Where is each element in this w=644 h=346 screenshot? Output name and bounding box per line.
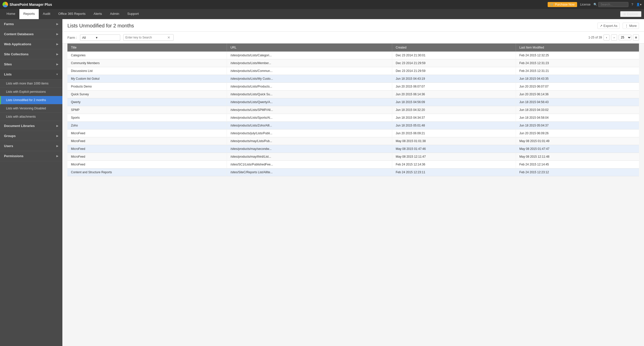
sidebar-sub-lists-1000[interactable]: Lists with more than 1000 items — [0, 79, 62, 88]
cell-modified: Jun 20 2015 06:07:07 — [516, 83, 639, 91]
more-button[interactable]: ⋮ More — [623, 23, 639, 29]
clear-search-button[interactable]: ✕ — [167, 35, 170, 39]
license-link[interactable]: License — [580, 3, 590, 6]
table-row[interactable]: MicroFeed /sites/products/may/Lists/Pub.… — [67, 137, 639, 145]
cell-title: MicroFeed — [67, 129, 227, 137]
table-row[interactable]: MicroFeed /sites/products/july/Lists/Pub… — [67, 129, 639, 137]
header-actions: ↗ Export As ⋮ More — [597, 23, 639, 29]
nav-home[interactable]: Home — [3, 9, 19, 19]
purchase-button[interactable]: 🛒 Purchase Now — [548, 2, 577, 7]
nav-bar: Home Reports Audit Office 365 Reports Al… — [0, 9, 644, 19]
cell-modified: Jun 18 2015 05:04:37 — [516, 122, 639, 129]
cell-url: /sites/products/Lists/Sports/Al... — [227, 114, 392, 122]
cell-title: Discussions List — [67, 67, 227, 75]
cell-modified: Feb 24 2015 12:32:25 — [516, 52, 639, 59]
sidebar-item-farms[interactable]: Farms ▶ — [0, 19, 62, 29]
pagination-info: 1-25 of 39 — [588, 36, 602, 39]
cell-modified: May 08 2015 12:11:48 — [516, 153, 639, 161]
sidebar-sub-lists-unmodified[interactable]: Lists Unmodified for 2 months — [0, 96, 62, 104]
sidebar-item-content-databases[interactable]: Content Databases ▶ — [0, 29, 62, 39]
help-button[interactable]: ? — [631, 3, 633, 6]
table-row[interactable]: MicroFeed /sites/products/may/secondw...… — [67, 145, 639, 153]
prev-page-button[interactable]: ‹ — [603, 34, 610, 40]
sidebar-item-users[interactable]: Users ▶ — [0, 141, 62, 151]
table-row[interactable]: Categories /sites/products/Lists/Categor… — [67, 52, 639, 59]
cell-created: Feb 24 2015 12:14:36 — [392, 161, 516, 168]
table-row[interactable]: MicroFeed /sites/products/may/third/List… — [67, 153, 639, 161]
table-row[interactable]: SPMP /sites/products/Lists/SPMP/All... J… — [67, 106, 639, 114]
sidebar-sub-lists-versioning[interactable]: Lists with Versioning Disabled — [0, 104, 62, 113]
cell-created: Jun 20 2015 06:09:21 — [392, 129, 516, 137]
search-input[interactable] — [126, 36, 166, 39]
cell-title: Products Demo — [67, 83, 227, 91]
users-chevron: ▶ — [56, 145, 58, 147]
table-row[interactable]: Sports /sites/products/Lists/Sports/Al..… — [67, 114, 639, 122]
table-row[interactable]: My Custom list Gokul /sites/products/Lis… — [67, 75, 639, 83]
cell-title: My Custom list Gokul — [67, 75, 227, 83]
nav-audit[interactable]: Audit — [39, 9, 54, 19]
cell-modified: Jun 20 2015 06:14:36 — [516, 91, 639, 98]
cell-title: Quick Survey — [67, 91, 227, 98]
sidebar-item-lists[interactable]: Lists ▼ — [0, 69, 62, 79]
col-url[interactable]: URL — [227, 44, 392, 52]
user-icon[interactable]: 👤▾ — [636, 3, 641, 6]
cell-modified: Jun 18 2015 04:33:02 — [516, 106, 639, 114]
sidebar-item-web-applications[interactable]: Web Applications ▶ — [0, 39, 62, 49]
sidebar-item-groups[interactable]: Groups ▶ — [0, 131, 62, 141]
cell-created: Jun 18 2015 04:43:19 — [392, 75, 516, 83]
cell-url: /sites/products/Lists/Categori... — [227, 52, 392, 59]
cell-modified: May 08 2015 01:01:49 — [516, 137, 639, 145]
table-row[interactable]: MicroFeed /sites/SC1/Lists/PublishedFee.… — [67, 161, 639, 168]
sidebar-item-doc-libraries[interactable]: Document Libraries ▶ — [0, 121, 62, 131]
sidebar-item-sites[interactable]: Sites ▶ — [0, 59, 62, 69]
col-modified[interactable]: Last Item Modified — [516, 44, 639, 52]
sidebar-item-permissions[interactable]: Permissions ▶ — [0, 151, 62, 161]
app-title: SharePoint Manager Plus — [10, 3, 52, 7]
nav-support[interactable]: Support — [123, 9, 143, 19]
nav-admin[interactable]: Admin — [106, 9, 123, 19]
farm-value: All — [82, 36, 86, 39]
nav-items: Home Reports Audit Office 365 Reports Al… — [3, 9, 143, 19]
sidebar: Farms ▶ Content Databases ▶ Web Applicat… — [0, 19, 62, 346]
page-size-select[interactable]: 25 50 100 — [619, 35, 631, 40]
top-right-actions: 🛒 Purchase Now License 🔍 ? 👤▾ — [548, 2, 641, 7]
table-row[interactable]: Zoho /sites/products/Lists/Zoho/Alll... … — [67, 122, 639, 129]
columns-button[interactable]: ≡ — [633, 34, 639, 40]
sidebar-item-site-collections[interactable]: Site Collections ▶ — [0, 49, 62, 59]
table-row[interactable]: Qwerty /sites/products/Lists/Qwerty/A...… — [67, 98, 639, 106]
explorer-icon: ⊞ — [623, 12, 626, 16]
nav-office365[interactable]: Office 365 Reports — [54, 9, 90, 19]
table-row[interactable]: Discussions List /sites/products/Lists/C… — [67, 67, 639, 75]
farm-select[interactable]: All ▾ — [80, 34, 120, 41]
table-row[interactable]: Products Demo /sites/products/Lists/Prod… — [67, 83, 639, 91]
cell-url: /sites/products/Lists/SPMP/All... — [227, 106, 392, 114]
nav-alerts[interactable]: Alerts — [90, 9, 106, 19]
next-page-button[interactable]: › — [611, 34, 617, 40]
cell-modified: Jun 18 2015 04:43:35 — [516, 75, 639, 83]
table-row[interactable]: Content and Structure Reports /sites/Sit… — [67, 168, 639, 176]
export-button[interactable]: ↗ Export As — [597, 23, 620, 29]
cell-modified: May 08 2015 01:47:47 — [516, 145, 639, 153]
cell-url: /sites/products/Lists/Commun... — [227, 67, 392, 75]
table-row[interactable]: Community Members /sites/products/Lists/… — [67, 59, 639, 67]
cell-modified: Feb 24 2015 12:31:23 — [516, 59, 639, 67]
table-row[interactable]: Quick Survey /sites/products/Lists/Quick… — [67, 91, 639, 98]
sidebar-sub-lists-attachments[interactable]: Lists with attachments — [0, 113, 62, 121]
logo-icon — [3, 2, 8, 7]
cell-title: Categories — [67, 52, 227, 59]
cell-title: Qwerty — [67, 98, 227, 106]
lists-chevron: ▼ — [56, 73, 58, 76]
explorer-button[interactable]: ⊞ Explorer — [620, 11, 641, 17]
cell-url: /sites/products/may/Lists/Pub... — [227, 137, 392, 145]
sites-chevron: ▶ — [56, 63, 58, 66]
col-created[interactable]: Created — [392, 44, 516, 52]
purchase-icon: 🛒 — [550, 3, 554, 6]
nav-reports[interactable]: Reports — [19, 9, 39, 19]
global-search-input[interactable] — [598, 2, 628, 7]
top-bar: SharePoint Manager Plus 🛒 Purchase Now L… — [0, 0, 644, 9]
col-title[interactable]: Title — [67, 44, 227, 52]
permissions-chevron: ▶ — [56, 155, 58, 157]
sidebar-sub-lists-explicit[interactable]: Lists with Explicit permissions — [0, 88, 62, 96]
doc-libraries-chevron: ▶ — [56, 124, 58, 127]
cell-created: Jun 18 2015 04:34:37 — [392, 114, 516, 122]
